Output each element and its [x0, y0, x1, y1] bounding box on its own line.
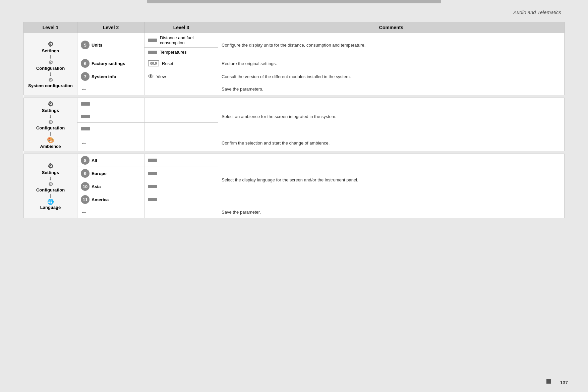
section1-level3-distance: Distance and fuel consumption: [144, 33, 218, 48]
section1-level2-back: ←: [77, 83, 144, 95]
section1-comments-save: Save the parameters.: [218, 83, 565, 95]
main-content: Level 1 Level 2 Level 3 Comments ⚙ Setti…: [0, 18, 588, 232]
level3-reset-inner: 00.0 Reset: [148, 60, 215, 66]
section3-level3-europe: [144, 167, 218, 180]
badge-9: 9: [81, 169, 90, 178]
section-divider-1: [24, 95, 565, 98]
back-icon-2: ←: [81, 139, 87, 147]
badge-11: 11: [81, 195, 90, 204]
section2-level1: ⚙ Settings ↓ ⚙ Configuration ↓ 🎨 Ambienc…: [24, 98, 77, 151]
distance-label: Distance and fuel consumption: [160, 35, 215, 45]
rect-icon-9: [148, 198, 157, 201]
badge-5: 5: [81, 41, 90, 49]
level2-america-inner: 11 America: [81, 195, 141, 204]
level3-temp-inner: Temperatures: [148, 50, 215, 55]
badge-10: 10: [81, 182, 90, 191]
nav-flow-3: ⚙ Settings ↓ ⚙ Configuration ↓ 🌐 Languag…: [27, 162, 74, 210]
level3-distance-inner: Distance and fuel consumption: [148, 35, 215, 45]
section3-level2-back: ←: [77, 206, 144, 218]
nav-flow-2: ⚙ Settings ↓ ⚙ Configuration ↓ 🎨 Ambienc…: [27, 100, 74, 149]
units-comments: Configure the display units for the dist…: [222, 43, 365, 48]
reset-label: Reset: [162, 61, 173, 66]
table-row: ⚙ Settings ↓ ⚙ Configuration ↓ ⚙ System …: [24, 33, 565, 48]
arrow-down-1: ↓: [49, 53, 52, 59]
box-num-icon: 00.0: [148, 60, 159, 66]
table-row: ← Save the parameters.: [24, 83, 565, 95]
level2-asia-inner: 10 Asia: [81, 182, 141, 191]
section2-level2-2: [77, 110, 144, 123]
view-label: View: [157, 74, 166, 79]
arrow-down-3: ↓: [49, 113, 52, 119]
settings-gear-icon-3: ⚙: [48, 162, 54, 170]
section1-level3-temp: Temperatures: [144, 48, 218, 57]
section3-level3-america: [144, 193, 218, 206]
factory-label: Factory settings: [92, 61, 125, 66]
section3-level2-all: 8 All: [77, 154, 144, 167]
section1-comments-sysinfo: Consult the version of the different mod…: [218, 70, 565, 83]
factory-comments: Restore the original settings.: [222, 61, 277, 66]
all-label: All: [92, 158, 97, 163]
table-row: ⚙ Settings ↓ ⚙ Configuration ↓ 🎨 Ambienc…: [24, 98, 565, 110]
paint-icon: 🎨: [47, 136, 54, 144]
settings-gear-icon-2: ⚙: [48, 100, 54, 108]
level2-sysinfo-inner: 7 System info: [81, 72, 141, 81]
config-label-3: Configuration: [36, 187, 65, 192]
level2-all-inner: 8 All: [81, 156, 141, 165]
page-number: 137: [560, 380, 568, 385]
language-label: Language: [40, 205, 61, 210]
settings-gear-icon: ⚙: [48, 40, 54, 48]
header-level1: Level 1: [24, 22, 77, 33]
section3-level3-asia: [144, 180, 218, 193]
section2-level3-3: [144, 123, 218, 135]
table-row: ← Save the parameter.: [24, 206, 565, 218]
settings-label-2: Settings: [42, 108, 59, 113]
arrow-down-6: ↓: [49, 192, 52, 199]
header-level2: Level 2: [77, 22, 144, 33]
arrow-down-2: ↓: [49, 71, 52, 77]
section3-level2-asia: 10 Asia: [77, 180, 144, 193]
eye-icon: 👁: [148, 73, 154, 80]
section1-level2-sysinfo: 7 System info: [77, 70, 144, 83]
nav-flow-1: ⚙ Settings ↓ ⚙ Configuration ↓ ⚙ System …: [27, 40, 74, 88]
section3-comments-select: Select the display language for the scre…: [218, 154, 565, 206]
system-label: System configuration: [28, 83, 73, 88]
language-select-comments: Select the display language for the scre…: [222, 177, 358, 182]
badge-6: 6: [81, 59, 90, 68]
sysinfo-label: System info: [92, 74, 116, 79]
section3-comments-save: Save the parameter.: [218, 206, 565, 218]
page-title: Audio and Telematics: [0, 3, 588, 18]
section1-level2-units: 5 Units: [77, 33, 144, 57]
back-icon-1: ←: [81, 85, 87, 93]
sysinfo-comments: Consult the version of the different mod…: [222, 74, 351, 79]
main-table: Level 1 Level 2 Level 3 Comments ⚙ Setti…: [23, 22, 565, 218]
rect-icon-2: [148, 51, 157, 54]
section2-level2-1: [77, 98, 144, 110]
rect-icon-1: [148, 39, 157, 42]
table-row: ← Confirm the selection and start the ch…: [24, 135, 565, 151]
asia-label: Asia: [92, 184, 101, 189]
arrow-down-4: ↓: [49, 130, 52, 136]
rect-icon-7: [148, 172, 157, 175]
config-gear-icon-2: ⚙: [48, 119, 53, 125]
section2-level2-3: [77, 123, 144, 135]
badge-8: 8: [81, 156, 90, 165]
header-level3: Level 3: [144, 22, 218, 33]
section1-comments-factory: Restore the original settings.: [218, 57, 565, 70]
europe-label: Europe: [92, 171, 107, 176]
config-label-2: Configuration: [36, 125, 65, 130]
section3-level2-europe: 9 Europe: [77, 167, 144, 180]
temperatures-label: Temperatures: [160, 50, 186, 55]
section1-comments-units: Configure the display units for the dist…: [218, 33, 565, 57]
header-comments: Comments: [218, 22, 565, 33]
section3-level2-america: 11 America: [77, 193, 144, 206]
section1-level3-view: 👁 View: [144, 70, 218, 83]
arrow-down-5: ↓: [49, 175, 52, 181]
america-label: America: [92, 197, 109, 202]
section2-level3-1: [144, 98, 218, 110]
rect-icon-5: [81, 127, 90, 130]
rect-icon-4: [81, 115, 90, 118]
settings-label: Settings: [42, 48, 59, 53]
section2-level2-back: ←: [77, 135, 144, 151]
system-gear-icon: ⚙: [48, 77, 53, 83]
save-param-label: Save the parameter.: [222, 210, 261, 215]
